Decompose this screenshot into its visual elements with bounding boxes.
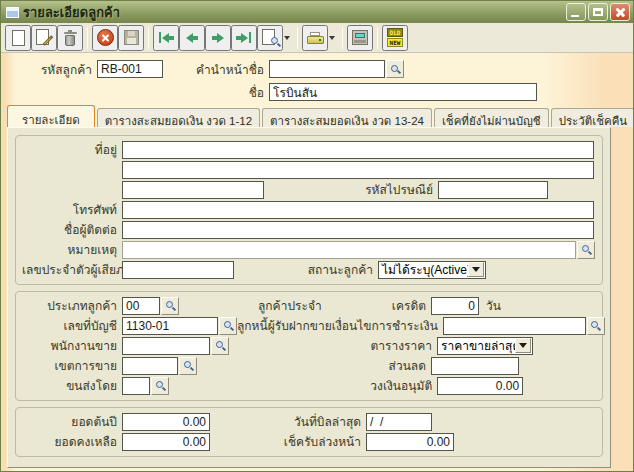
sales-area-label: เขตการขาย [22, 356, 122, 375]
transport-lookup-button[interactable] [151, 377, 169, 395]
payment-terms-input[interactable] [443, 317, 586, 335]
first-record-button[interactable] [153, 25, 179, 51]
remark-lookup-button[interactable] [577, 241, 595, 259]
last-bill-date-label: วันที่บิลล่าสุด [210, 412, 366, 431]
tab-uncleared-cheques[interactable]: เช็คที่ยังไม่ผ่านบัญชี [434, 108, 549, 127]
account-number-lookup-button[interactable] [219, 317, 237, 335]
account-description: ลูกหนี้ผู้รับฝากขาย [237, 316, 332, 335]
chevron-down-icon [519, 343, 527, 348]
new-document-icon [12, 30, 25, 46]
salesman-lookup-button[interactable] [211, 337, 229, 355]
chevron-down-icon [472, 267, 480, 272]
remaining-balance-label: ยอดคงเหลือ [22, 432, 122, 451]
tax-id-label: เลขประจำตัวผู้เสียภาษี [22, 260, 122, 279]
price-table-select[interactable]: ราคาขายล่าสุด [437, 337, 533, 355]
search-icon [581, 244, 592, 255]
toolbar: OLDNEW [1, 23, 633, 53]
account-number-label: เลขที่บัญชี [22, 316, 122, 335]
customer-name-input[interactable] [269, 83, 537, 101]
address-line2-input[interactable] [122, 161, 594, 179]
tab-amount-table-13-24[interactable]: ตารางสะสมยอดเงิน งวด 13-24 [262, 108, 432, 127]
save-floppy-icon [124, 30, 139, 45]
save-button[interactable] [118, 25, 144, 51]
customer-code-input[interactable] [97, 60, 163, 78]
price-table-dropdown-button[interactable] [515, 338, 531, 353]
title-bar: รายละเอียดลูกค้า [1, 1, 633, 23]
discount-input[interactable] [431, 357, 519, 375]
remark-label: หมายเหตุ [22, 240, 122, 259]
address-line3-input[interactable] [122, 181, 264, 199]
transport-input[interactable] [122, 377, 150, 395]
postal-code-input[interactable] [438, 181, 548, 199]
address-line1-input[interactable] [122, 141, 594, 159]
phone-input[interactable] [122, 201, 594, 219]
last-record-button[interactable] [231, 25, 257, 51]
payment-terms-label: เงื่อนไขการชำระเงิน [332, 316, 443, 335]
search-icon [183, 360, 194, 371]
maximize-button[interactable] [588, 3, 608, 21]
toolbar-separator [377, 27, 378, 49]
window-title: รายละเอียดลูกค้า [23, 2, 564, 23]
price-table-value: ราคาขายล่าสุด [438, 336, 515, 355]
sales-area-input[interactable] [122, 357, 178, 375]
contact-name-label: ชื่อผู้ติดต่อ [22, 220, 122, 239]
print-preview-button[interactable] [257, 25, 283, 51]
customer-status-dropdown-button[interactable] [468, 262, 484, 277]
customer-status-select[interactable]: ไม่ได้ระบุ(Active) [378, 261, 486, 279]
salesman-input[interactable] [122, 337, 210, 355]
next-record-button[interactable] [205, 25, 231, 51]
remaining-balance-input[interactable] [122, 433, 210, 451]
previous-record-button[interactable] [179, 25, 205, 51]
credit-limit-label: วงเงินอนุมัติ [370, 376, 437, 395]
credit-limit-input[interactable] [437, 377, 523, 395]
new-record-button[interactable] [5, 25, 31, 51]
delete-record-button[interactable] [57, 25, 83, 51]
cancel-button[interactable] [92, 25, 118, 51]
advance-cheque-input[interactable] [366, 433, 454, 451]
balance-group: ยอดต้นปี วันที่บิลล่าสุด ยอดคงเหลือ เช็ค… [15, 407, 603, 457]
contact-name-input[interactable] [122, 221, 594, 239]
last-record-icon [236, 32, 252, 43]
tab-details[interactable]: รายละเอียด [7, 105, 95, 127]
sales-area-lookup-button[interactable] [179, 357, 197, 375]
begin-year-balance-input[interactable] [122, 413, 210, 431]
name-prefix-lookup-button[interactable] [386, 60, 404, 78]
print-button[interactable] [302, 25, 328, 51]
next-record-icon [212, 33, 224, 43]
close-button[interactable] [610, 3, 630, 21]
header-row-2: ชื่อ [1, 82, 633, 102]
price-table-label: ตารางราคา [371, 336, 438, 355]
window-icon [6, 7, 19, 18]
remark-input[interactable] [122, 241, 576, 259]
sales-group: ประเภทลูกค้า ลูกค้าประจำ เครดิต วัน เลขท… [15, 291, 603, 401]
print-dropdown-arrow[interactable] [329, 36, 335, 40]
credit-days-input[interactable] [431, 297, 479, 315]
credit-label: เครดิต [380, 296, 431, 315]
header-row-1: รหัสลูกค้า คำนำหน้าชื่อ [1, 59, 633, 79]
old-new-toggle-button[interactable]: OLDNEW [382, 25, 408, 51]
search-icon [390, 64, 401, 75]
tax-id-input[interactable] [122, 261, 234, 279]
cash-register-button[interactable] [347, 25, 373, 51]
customer-type-label: ประเภทลูกค้า [22, 296, 122, 315]
toolbar-separator [297, 27, 298, 49]
tab-amount-table-1-12[interactable]: ตารางสะสมยอดเงิน งวด 1-12 [97, 108, 260, 127]
salesman-label: พนักงานขาย [22, 336, 122, 355]
minimize-button[interactable] [566, 3, 586, 21]
account-number-input[interactable] [122, 317, 218, 335]
preview-dropdown-arrow[interactable] [284, 36, 290, 40]
edit-record-button[interactable] [31, 25, 57, 51]
name-prefix-input[interactable] [269, 60, 385, 78]
tab-returned-cheque-history[interactable]: ประวัติเช็คคืน [551, 108, 633, 127]
search-icon [215, 340, 226, 351]
search-icon [165, 300, 176, 311]
payment-terms-lookup-button[interactable] [587, 317, 605, 335]
last-bill-date-input[interactable] [366, 413, 432, 431]
toolbar-separator [87, 27, 88, 49]
address-label: ที่อยู่ [22, 140, 122, 159]
credit-unit-label: วัน [486, 296, 501, 315]
first-record-icon [158, 32, 174, 43]
customer-type-input[interactable] [122, 297, 160, 315]
customer-type-lookup-button[interactable] [161, 297, 179, 315]
phone-label: โทรศัพท์ [22, 200, 122, 219]
